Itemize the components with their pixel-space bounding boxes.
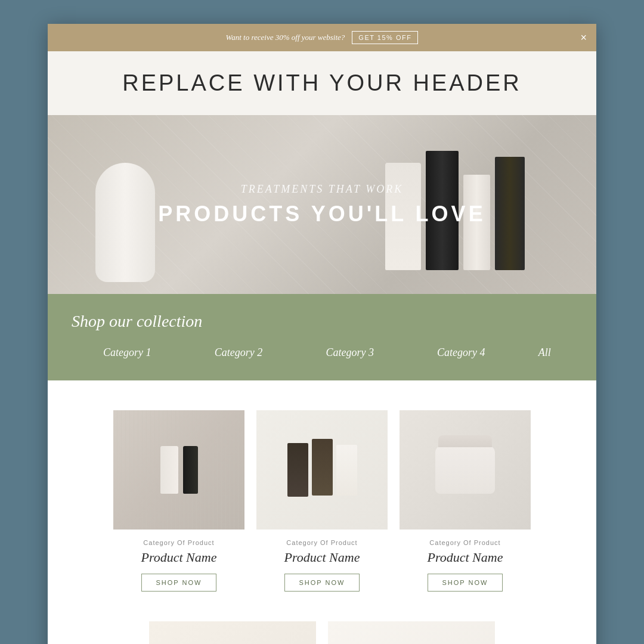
products-row-2: mi xolo mi xolo (72, 621, 572, 644)
product-image-lg-2: mi xolo mi xolo (328, 621, 495, 644)
product-card-3: Category Of Product Product Name SHOP NO… (400, 410, 531, 592)
announcement-close-button[interactable]: × (580, 32, 587, 43)
product-1-bottle-a (160, 446, 178, 494)
browser-chrome: Want to receive 30% off your website? GE… (0, 0, 644, 644)
product-category-1: Category Of Product (143, 539, 214, 546)
announcement-cta-button[interactable]: GET 15% OFF (352, 31, 418, 44)
shop-now-button-2[interactable]: SHOP NOW (284, 574, 360, 592)
shop-now-button-3[interactable]: SHOP NOW (428, 574, 503, 592)
product-image-3 (400, 410, 531, 530)
hero-text: TREATMENTS THAT WORK PRODUCTS YOU'LL LOV… (158, 183, 485, 227)
product-card-lg-1 (149, 621, 316, 644)
product-card-1: Category Of Product Product Name SHOP NO… (113, 410, 244, 592)
product-2-soap-3 (336, 445, 357, 496)
product-card-lg-2: mi xolo mi xolo (328, 621, 495, 644)
category-item-all[interactable]: All (517, 343, 572, 363)
category-item-4[interactable]: Category 4 (405, 343, 517, 363)
site-title: REPLACE WITH YOUR HEADER (60, 70, 584, 96)
announcement-bar: Want to receive 30% off your website? GE… (48, 24, 596, 51)
products-section: Category Of Product Product Name SHOP NO… (48, 380, 596, 644)
product-category-2: Category Of Product (286, 539, 357, 546)
product-name-1: Product Name (141, 550, 217, 565)
category-item-3[interactable]: Category 3 (294, 343, 405, 363)
product-2-soap-1 (287, 443, 308, 497)
hero-sculpture-decoration (95, 163, 155, 282)
product-name-2: Product Name (284, 550, 360, 565)
product-name-3: Product Name (428, 550, 503, 565)
category-item-1[interactable]: Category 1 (72, 343, 183, 363)
hero-title: PRODUCTS YOU'LL LOVE (158, 202, 485, 227)
products-row-1: Category Of Product Product Name SHOP NO… (72, 410, 572, 592)
hero-bottle-4 (495, 157, 525, 270)
hero-section: TREATMENTS THAT WORK PRODUCTS YOU'LL LOV… (48, 115, 596, 294)
product-3-jar (435, 446, 495, 494)
product-2-soap-2 (312, 439, 333, 496)
product-1-bottle-b (183, 446, 198, 494)
site-wrapper: Want to receive 30% off your website? GE… (48, 24, 596, 644)
announcement-text: Want to receive 30% off your website? (226, 33, 345, 42)
site-header: REPLACE WITH YOUR HEADER (48, 51, 596, 115)
category-bar: Shop our collection Category 1 Category … (48, 294, 596, 380)
product-category-3: Category Of Product (429, 539, 500, 546)
product-image-lg-1 (149, 621, 316, 644)
hero-subtitle: TREATMENTS THAT WORK (158, 183, 485, 196)
category-bar-heading: Shop our collection (72, 312, 572, 331)
product-3-jar-lid (438, 435, 492, 447)
category-nav: Category 1 Category 2 Category 3 Categor… (72, 343, 572, 363)
product-image-2 (256, 410, 388, 530)
product-image-1 (113, 410, 244, 530)
category-item-2[interactable]: Category 2 (183, 343, 295, 363)
shop-now-button-1[interactable]: SHOP NOW (141, 574, 217, 592)
product-card-2: Category Of Product Product Name SHOP NO… (256, 410, 388, 592)
